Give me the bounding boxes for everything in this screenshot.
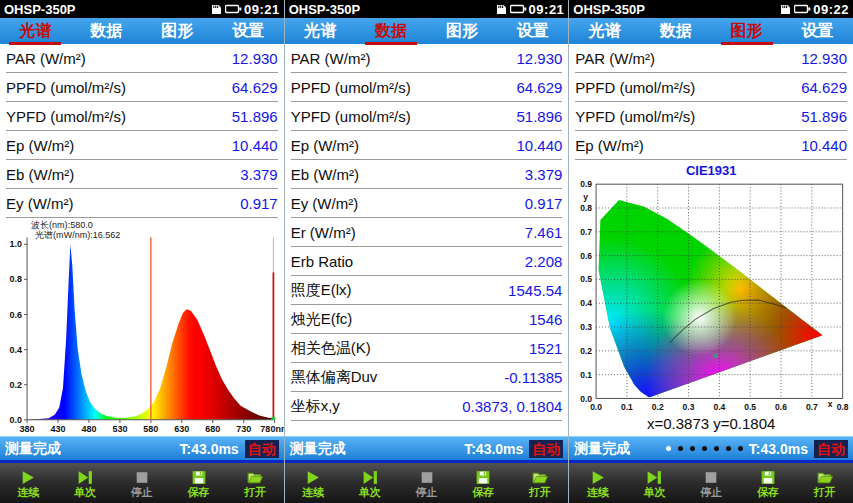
auto-mode-badge[interactable]: 自动 [814,440,848,458]
row-label: PPFD (umol/m²/s) [6,79,126,96]
sd-card-icon [211,3,222,15]
table-row: 照度E(lx)1545.54 [291,276,563,305]
toolbar-button-label: 停止 [416,486,438,498]
row-label: YPFD (umol/m²/s) [6,108,126,125]
table-row: 坐标x,y0.3873, 0.1804 [291,392,563,421]
continuous-button[interactable]: 连续 [285,463,342,503]
svg-text:0.1: 0.1 [621,402,633,412]
page-dot[interactable] [738,446,743,451]
save-icon [188,469,210,486]
play-icon [17,469,39,486]
stop-icon [131,469,153,486]
status-text: 测量完成 [290,440,346,458]
svg-text:0.7: 0.7 [806,402,818,412]
tab-spectrum[interactable]: 光谱 [17,21,53,41]
save-button[interactable]: 保存 [740,463,797,503]
row-value: 1546 [529,311,562,328]
row-value: 64.629 [801,79,847,96]
integration-time: T:43.0ms [749,441,808,457]
cie-coordinates-caption: x=0.3873 y=0.1804 [569,415,853,436]
table-row: Erb Ratio2.208 [291,247,563,276]
battery-icon [225,3,242,15]
row-value: 64.629 [516,79,562,96]
single-button[interactable]: 单次 [341,463,398,503]
row-value: 0.3873, 0.1804 [462,398,562,415]
toolbar: 连续单次停止保存打开 [0,463,284,503]
row-value: 1545.54 [508,282,562,299]
svg-text:530: 530 [112,424,127,434]
stop-button[interactable]: 停止 [683,463,740,503]
tab-spectrum[interactable]: 光谱 [587,21,623,41]
save-icon [472,469,494,486]
row-label: Er (W/m²) [291,224,356,241]
page-dot[interactable] [702,446,707,451]
row-label: Ep (W/m²) [575,137,643,154]
row-value: 10.440 [801,137,847,154]
page-indicator[interactable] [666,446,743,451]
continuous-button[interactable]: 连续 [0,463,57,503]
svg-text:0.8: 0.8 [581,203,593,213]
svg-text:780nm: 780nm [260,424,283,434]
page-dot[interactable] [666,446,671,451]
toolbar-button-label: 连续 [587,486,609,498]
tab-settings[interactable]: 设置 [800,21,836,41]
tab-bar: 光谱数据图形设置 [569,18,853,44]
row-value: 51.896 [232,108,278,125]
row-value: 1521 [529,340,562,357]
tab-settings[interactable]: 设置 [230,21,266,41]
titlebar: OHSP-350P 09:21 [0,0,284,18]
toolbar-button-label: 打开 [814,486,836,498]
svg-text:0.3: 0.3 [581,322,593,332]
panel-graph: OHSP-350P 09:22 光谱数据图形设置 PAR (W/m²)12.93… [568,0,853,503]
row-label: PPFD (umol/m²/s) [291,79,411,96]
tab-graph[interactable]: 图形 [444,21,480,41]
table-row: PPFD (umol/m²/s)64.629 [575,73,847,102]
device-title: OHSP-350P [289,2,361,17]
row-value: 0.917 [525,195,563,212]
tab-data[interactable]: 数据 [658,21,694,41]
row-label: 照度E(lx) [291,281,352,300]
save-button[interactable]: 保存 [170,463,227,503]
toolbar-button-label: 保存 [188,486,210,498]
spectrum-chartbox: 0.00.20.40.60.81.03804304805305806306807… [0,218,284,436]
table-row: YPFD (umol/m²/s)51.896 [291,102,563,131]
tab-spectrum[interactable]: 光谱 [302,21,338,41]
cie1931-chart: 0.00.10.20.30.40.50.60.70.8x0.00.10.20.3… [569,179,853,415]
save-button[interactable]: 保存 [455,463,512,503]
single-button[interactable]: 单次 [626,463,683,503]
tab-data[interactable]: 数据 [373,21,409,41]
tab-graph[interactable]: 图形 [159,21,195,41]
toolbar: 连续单次停止保存打开 [569,463,853,503]
titlebar: OHSP-350P 09:22 [569,0,853,18]
open-folder-icon [814,469,836,486]
tab-graph[interactable]: 图形 [729,21,765,41]
panel-spectrum: OHSP-350P 09:21 光谱数据图形设置 PAR (W/m²)12.93… [0,0,284,503]
stop-button[interactable]: 停止 [398,463,455,503]
row-label: Ep (W/m²) [291,137,359,154]
page-dot[interactable] [714,446,719,451]
single-button[interactable]: 单次 [57,463,114,503]
open-button[interactable]: 打开 [512,463,569,503]
tab-data[interactable]: 数据 [88,21,124,41]
stop-button[interactable]: 停止 [113,463,170,503]
toolbar-button-label: 单次 [359,486,381,498]
row-label: Ep (W/m²) [6,137,74,154]
panel-content: PAR (W/m²)12.930PPFD (umol/m²/s)64.629YP… [569,44,853,436]
status-bar: 测量完成 T:43.0ms 自动 [569,436,853,463]
page-dot[interactable] [726,446,731,451]
table-row: 黑体偏离Duv-0.11385 [291,363,563,392]
page-dot[interactable] [678,446,683,451]
continuous-button[interactable]: 连续 [569,463,626,503]
svg-text:0.8: 0.8 [10,274,23,284]
row-label: YPFD (umol/m²/s) [575,108,695,125]
auto-mode-badge[interactable]: 自动 [529,440,563,458]
row-label: PAR (W/m²) [575,50,655,67]
clock: 09:22 [813,2,849,17]
toolbar: 连续单次停止保存打开 [285,463,569,503]
open-button[interactable]: 打开 [227,463,284,503]
page-dot[interactable] [690,446,695,451]
tab-settings[interactable]: 设置 [515,21,551,41]
open-button[interactable]: 打开 [796,463,853,503]
auto-mode-badge[interactable]: 自动 [245,440,279,458]
svg-text:光谱(mW/nm):16.562: 光谱(mW/nm):16.562 [35,230,120,240]
